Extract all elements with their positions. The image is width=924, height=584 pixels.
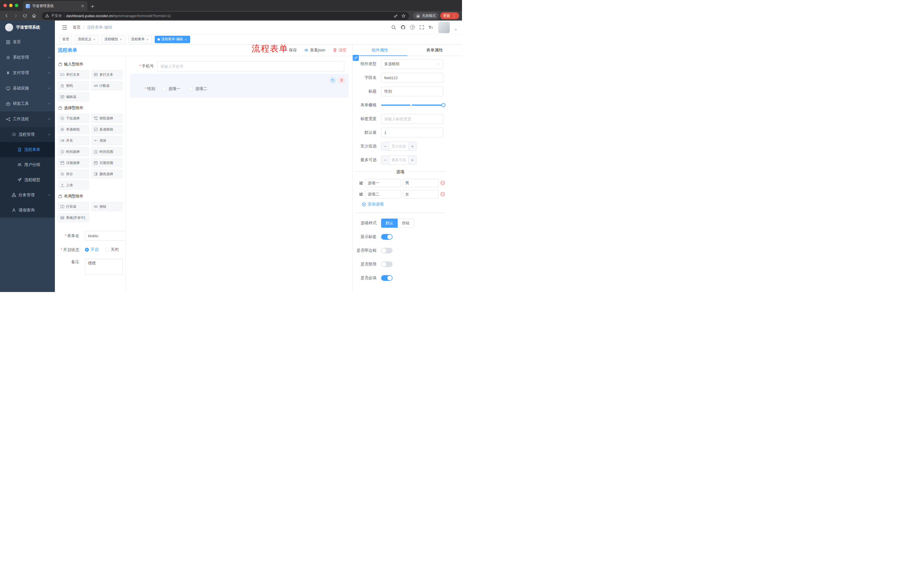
palette-item-password[interactable]: 密码 [58,81,89,90]
style-button-button[interactable]: 按钮 [398,219,414,228]
tag-close-icon[interactable] [119,38,122,41]
drag-handle-icon[interactable] [359,181,363,186]
status-off-radio[interactable]: 关闭 [105,247,119,252]
form-canvas[interactable]: *手机号 *性别 [126,56,352,292]
tab-close-icon[interactable] [81,4,85,8]
label-width-input[interactable] [381,114,444,124]
add-option-button[interactable]: 添加选项 [361,202,462,207]
window-zoom-button[interactable] [15,4,18,7]
delete-field-button[interactable] [338,77,345,84]
browser-update-button[interactable]: 更新 ⋮ [440,12,459,19]
sidebar-item-payment[interactable]: ¥ 支付管理 [0,65,55,81]
fullscreen-icon[interactable] [419,25,424,30]
sidebar-item-process-management[interactable]: 流程管理 [0,127,55,142]
tag-process-model[interactable]: 流程模型 [101,36,125,43]
max-select-input[interactable] [389,156,408,164]
sidebar-item-process-model[interactable]: 流程模型 [0,172,55,188]
gender-option2-checkbox[interactable]: 选项二 [189,86,207,91]
browser-tab[interactable]: 芋道管理系统 [23,1,87,11]
view-json-button[interactable]: 查看json [304,48,325,53]
github-icon[interactable] [401,25,406,30]
tag-close-icon[interactable] [93,38,96,41]
palette-item-button[interactable]: 按钮 [91,202,123,211]
search-icon[interactable] [391,25,396,30]
tab-form-props[interactable]: 表单属性 [408,44,462,56]
border-switch[interactable] [381,248,393,253]
password-key-icon[interactable] [394,14,398,18]
palette-item-time-range[interactable]: 时间范围 [91,147,123,156]
max-select-stepper[interactable] [381,155,417,165]
sidebar-item-user-group[interactable]: 用户分组 [0,157,55,172]
canvas-field-gender-selected[interactable]: *性别 选项一 选项二 [130,74,349,98]
palette-item-color-picker[interactable]: 颜色选择 [91,169,123,179]
palette-item-table[interactable]: 表格[开发中] [58,213,89,222]
tab-component-props[interactable]: 组件属性 [353,44,408,56]
option-label-input[interactable] [365,179,401,188]
sidebar-item-task-management[interactable]: 任务管理 [0,188,55,202]
max-decrease-button[interactable] [381,156,389,164]
gender-option1-checkbox[interactable]: 选项一 [162,86,180,91]
clear-button[interactable]: 清空 [333,48,346,53]
tag-close-icon[interactable] [185,38,187,41]
grid-slider[interactable] [381,100,444,110]
avatar-caret-icon[interactable] [454,28,457,31]
option-label-input[interactable] [365,190,401,199]
canvas-field-phone[interactable]: *手机号 [126,61,352,71]
copy-field-button[interactable] [330,77,336,84]
sidebar-toggle-icon[interactable] [62,25,68,30]
sidebar-item-process-form[interactable]: 流程表单 [0,142,55,157]
palette-item-upload[interactable]: 上传 [58,181,89,190]
sidebar-item-infrastructure[interactable]: 基础设施 [0,81,55,96]
palette-item-editor[interactable]: 编辑器 [58,92,89,102]
slider-handle[interactable] [441,103,446,107]
tag-close-icon[interactable] [146,38,149,41]
palette-item-textarea[interactable]: 多行文本 [91,70,123,79]
sidebar-item-home[interactable]: 首页 [0,34,55,50]
sidebar-item-leave-query[interactable]: 请假查询 [0,202,55,218]
address-bar[interactable]: 不安全 dashboard.yudao.iocoder.cn/bpm/manag… [42,12,409,20]
option-value-input[interactable] [403,190,439,199]
security-label[interactable]: 不安全 [51,13,62,18]
forward-button[interactable] [12,12,20,20]
sidebar-item-workflow[interactable]: 工作流程 [0,112,55,127]
palette-item-select[interactable]: 下拉选择 [58,114,89,123]
palette-item-date-picker[interactable]: 日期选择 [58,158,89,168]
palette-item-input[interactable]: 单行文本 [58,70,89,79]
min-increase-button[interactable] [408,142,416,151]
palette-item-cascader[interactable]: 级联选择 [91,114,123,123]
breadcrumb-home[interactable]: 首页 [73,25,81,30]
help-icon[interactable]: ? [410,25,415,30]
component-type-select[interactable]: 多选框组 [381,59,444,69]
phone-input[interactable] [157,61,344,71]
browser-menu-icon[interactable]: ⋮ [452,14,456,18]
bookmark-star-icon[interactable] [401,14,406,18]
style-default-button[interactable]: 默认 [381,219,398,228]
palette-item-number[interactable]: 123计数器 [91,81,123,90]
palette-item-time-picker[interactable]: 时间选择 [58,147,89,156]
home-button[interactable] [30,12,38,20]
font-size-icon[interactable]: TT [429,25,433,30]
palette-item-checkbox-group[interactable]: 多选框组 [91,125,123,134]
remove-option-button[interactable] [440,181,446,186]
sidebar-item-system[interactable]: 系统管理 [0,50,55,65]
title-input[interactable] [381,87,444,96]
app-logo[interactable]: 芋道管理系统 [0,21,55,34]
min-decrease-button[interactable] [381,142,389,151]
window-close-button[interactable] [3,4,7,7]
palette-item-date-range[interactable]: 日期范围 [91,158,123,168]
remove-option-button[interactable] [440,192,446,197]
status-on-radio[interactable]: 开启 [85,247,99,252]
max-increase-button[interactable] [408,156,416,164]
min-select-stepper[interactable] [381,142,417,151]
default-value-input[interactable] [381,128,444,137]
palette-item-rate[interactable]: 评分 [58,169,89,179]
user-avatar[interactable] [438,22,450,33]
option-value-input[interactable] [403,179,439,188]
tag-process-form[interactable]: 流程表单 [128,36,152,43]
tag-process-definition[interactable]: 流程定义 [75,36,99,43]
palette-item-slider[interactable]: 滑块 [91,136,123,145]
form-name-input[interactable] [85,231,126,240]
tag-process-form-edit[interactable]: 流程表单-编辑 [155,36,190,43]
sidebar-item-dev-tools[interactable]: 研发工具 [0,96,55,112]
field-name-input[interactable] [381,73,444,82]
